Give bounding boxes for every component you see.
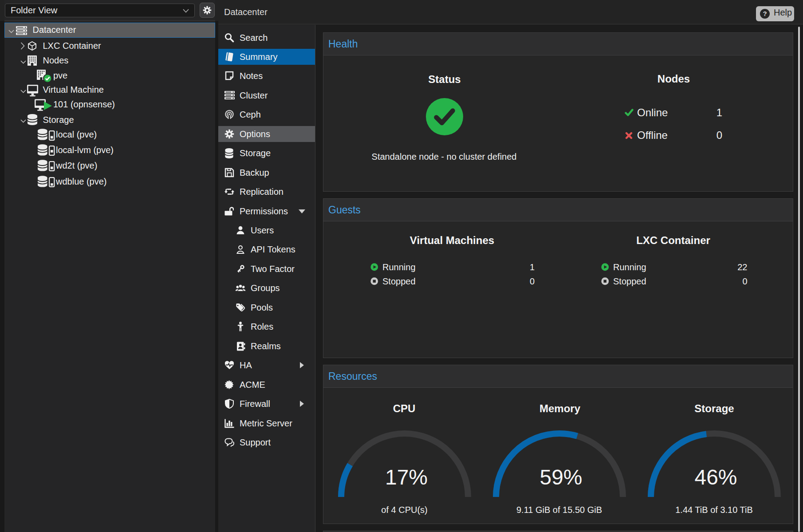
svg-text:?: ? — [763, 10, 767, 17]
